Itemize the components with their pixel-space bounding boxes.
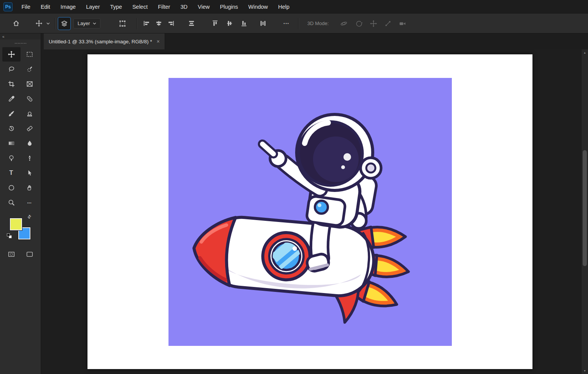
menu-layer[interactable]: Layer [81,0,105,14]
document-tab[interactable]: Untitled-1 @ 33.3% (sample-image, RGB/8)… [44,33,165,49]
menu-filter[interactable]: Filter [153,0,175,14]
tools-panel-collapse[interactable]: « [0,33,41,40]
menu-help[interactable]: Help [273,0,295,14]
healing-brush-icon [26,95,33,102]
shape-tool-button[interactable] [2,181,21,195]
3d-mode-label: 3D Mode: [307,21,329,26]
screen-mode-button[interactable] [21,247,39,261]
history-brush-tool-button[interactable] [2,121,21,136]
object-selection-tool-button[interactable] [21,62,39,76]
3d-camera-button[interactable] [396,17,408,30]
menu-edit[interactable]: Edit [35,0,55,14]
scroll-up-arrow-icon[interactable]: ▲ [582,49,588,56]
align-center-vertical-button[interactable] [224,17,236,30]
eyedropper-tool-button[interactable] [2,92,21,106]
hand-icon [26,184,33,191]
marquee-tool-button[interactable] [21,47,39,62]
chevron-down-icon [93,22,96,25]
clone-stamp-tool-button[interactable] [21,106,39,121]
astronaut-rocket-illustration[interactable] [168,78,452,346]
eraser-tool-button[interactable] [21,121,39,136]
distribute-horizontal-button[interactable] [186,17,198,30]
distribute-horizontal-icon [188,20,195,27]
menu-3d[interactable]: 3D [175,0,193,14]
swap-colors-icon[interactable]: ⇄ [26,213,33,220]
document-tab-title: Untitled-1 @ 33.3% (sample-image, RGB/8)… [49,39,152,44]
zoom-magnifier-icon [8,199,15,206]
divider [54,18,55,29]
frame-tool-button[interactable] [21,77,39,91]
menu-select[interactable]: Select [127,0,153,14]
canvas-pasteboard[interactable] [41,49,581,374]
tools-panel-grip[interactable] [15,43,26,44]
3d-camera-icon [399,20,406,27]
quick-mask-button[interactable] [2,247,21,261]
move-tool-button[interactable] [2,47,21,62]
align-center-horizontal-icon [156,20,162,27]
auto-select-mode-dropdown[interactable]: Layer [73,18,100,29]
brush-tool-button[interactable] [2,106,21,121]
options-bar: Layer ••• 3D Mode [0,14,588,33]
align-left-icon [143,20,150,27]
path-selection-tool-button[interactable] [21,166,39,180]
distribute-vertical-button[interactable] [257,17,269,30]
align-top-button[interactable] [209,17,221,30]
quick-mask-icon [8,251,15,258]
align-bottom-button[interactable] [238,17,250,30]
scrollbar-thumb[interactable] [583,150,587,266]
clone-stamp-icon [26,110,33,117]
path-selection-arrow-icon [26,170,33,176]
pen-tool-button[interactable] [21,151,39,165]
menu-file[interactable]: File [16,0,35,14]
gradient-icon [8,140,15,147]
hand-tool-button[interactable] [21,181,39,195]
menu-type[interactable]: Type [105,0,127,14]
auto-select-mode-value: Layer [78,21,90,26]
blur-tool-button[interactable] [21,136,39,151]
more-options-button[interactable]: ••• [284,22,289,25]
edit-toolbar-button[interactable]: ••• [21,195,39,210]
document-artboard[interactable] [87,54,532,369]
home-button[interactable] [10,17,22,30]
crop-tool-button[interactable] [2,77,21,91]
tab-close-icon[interactable]: × [157,38,160,44]
vertical-scrollbar[interactable]: ▲ ▼ [581,49,588,374]
3d-orbit-button[interactable] [338,17,350,30]
default-colors-icon[interactable] [7,233,12,239]
photoshop-logo: Ps [3,2,13,11]
menu-image[interactable]: Image [55,0,81,14]
align-right-icon [168,20,174,27]
menu-plugins[interactable]: Plugins [215,0,243,14]
type-tool-icon: T [10,170,13,176]
gradient-tool-button[interactable] [2,136,21,151]
tool-preset-caret[interactable] [45,17,51,30]
3d-roll-button[interactable] [353,17,365,30]
healing-brush-tool-button[interactable] [21,92,39,106]
home-icon [13,20,20,27]
3d-slide-button[interactable] [382,17,394,30]
menu-view[interactable]: View [193,0,215,14]
align-right-button[interactable] [165,17,177,30]
lasso-tool-button[interactable] [2,62,21,76]
tools-footer [0,247,41,261]
color-swatches: ⇄ [10,216,34,241]
dodge-tool-button[interactable] [2,151,21,165]
brush-icon [8,110,15,117]
zoom-tool-button[interactable] [2,195,21,210]
align-center-horizontal-button[interactable] [153,17,165,30]
menu-window[interactable]: Window [243,0,273,14]
type-tool-button[interactable]: T [2,166,21,180]
3d-pan-button[interactable] [367,17,380,30]
auto-select-toggle[interactable] [58,17,70,30]
current-tool-button[interactable] [33,17,45,30]
transform-controls-toggle[interactable] [116,17,129,30]
pen-icon [26,155,33,162]
scroll-down-arrow-icon[interactable]: ▼ [582,368,588,374]
foreground-color-swatch[interactable] [10,218,22,230]
move-icon [36,20,42,27]
ellipse-shape-icon [8,184,15,191]
3d-pan-icon [370,20,377,27]
tools-grid: T ••• [0,47,41,210]
align-left-button[interactable] [141,17,153,30]
align-bottom-icon [241,20,247,27]
